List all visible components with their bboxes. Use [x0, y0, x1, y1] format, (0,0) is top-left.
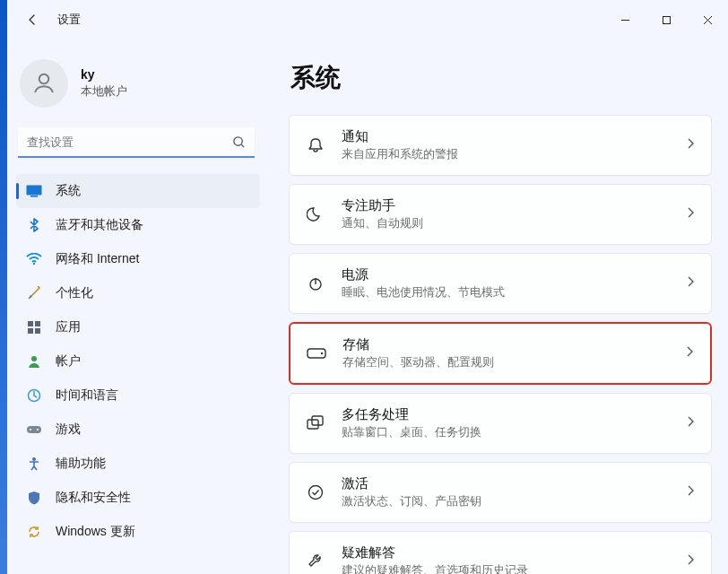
page-title: 系统	[290, 61, 712, 95]
svg-point-5	[33, 263, 35, 265]
sidebar-item-bluetooth[interactable]: 蓝牙和其他设备	[16, 208, 260, 242]
svg-rect-3	[27, 186, 42, 196]
svg-rect-12	[27, 426, 41, 433]
window-accent-strip	[0, 0, 7, 574]
card-title: 通知	[342, 128, 686, 145]
card-title: 疑难解答	[342, 544, 686, 561]
svg-rect-0	[663, 16, 670, 23]
search-input[interactable]	[18, 127, 255, 158]
svg-rect-4	[30, 196, 38, 197]
multitask-icon	[306, 413, 325, 433]
svg-point-14	[37, 429, 39, 430]
sidebar-item-label: 应用	[56, 319, 81, 335]
wifi-icon	[25, 250, 43, 268]
card-title: 激活	[342, 475, 686, 492]
svg-point-13	[30, 429, 31, 430]
chevron-right-icon	[686, 137, 695, 153]
gaming-icon	[25, 421, 43, 439]
card-focus-assist[interactable]: 专注助手 通知、自动规则	[289, 184, 712, 245]
storage-icon	[307, 344, 326, 363]
minimize-button[interactable]	[604, 4, 646, 36]
sidebar-item-label: Windows 更新	[56, 524, 135, 540]
account-icon	[25, 352, 43, 370]
card-notifications[interactable]: 通知 来自应用和系统的警报	[289, 115, 712, 176]
close-button[interactable]	[687, 4, 728, 36]
arrow-left-icon	[25, 13, 39, 27]
svg-rect-8	[28, 328, 33, 334]
close-icon	[703, 15, 713, 25]
sidebar-item-network[interactable]: 网络和 Internet	[16, 242, 260, 276]
sidebar-item-label: 隐私和安全性	[56, 490, 131, 506]
paintbrush-icon	[25, 284, 43, 302]
user-subtitle: 本地帐户	[81, 83, 127, 100]
sidebar-item-label: 网络和 Internet	[56, 251, 139, 267]
settings-card-list: 通知 来自应用和系统的警报 专注助手 通知、自动规则 电源 睡眠、电池使用情况、…	[289, 115, 712, 574]
sidebar-item-system[interactable]: 系统	[16, 174, 260, 208]
sidebar-item-accessibility[interactable]: 辅助功能	[16, 447, 260, 481]
chevron-right-icon	[686, 415, 695, 431]
titlebar: 设置	[0, 0, 728, 39]
sidebar-item-label: 系统	[56, 183, 81, 199]
sidebar-item-gaming[interactable]: 游戏	[16, 413, 260, 447]
sidebar-item-accounts[interactable]: 帐户	[16, 344, 260, 378]
search-box[interactable]	[18, 127, 255, 158]
svg-point-21	[309, 486, 323, 500]
card-storage[interactable]: 存储 存储空间、驱动器、配置规则	[289, 322, 712, 385]
svg-rect-9	[35, 328, 40, 334]
card-subtitle: 建议的疑难解答、首选项和历史记录	[342, 563, 686, 574]
shield-icon	[25, 489, 43, 507]
card-subtitle: 通知、自动规则	[342, 216, 686, 231]
sidebar-item-privacy[interactable]: 隐私和安全性	[16, 481, 260, 515]
chevron-right-icon	[685, 345, 694, 361]
minimize-icon	[620, 15, 630, 25]
check-circle-icon	[306, 483, 325, 502]
maximize-button[interactable]	[646, 4, 687, 36]
main-panel: 系统 通知 来自应用和系统的警报 专注助手 通知、自动规则	[269, 39, 728, 574]
card-title: 多任务处理	[342, 406, 686, 423]
accessibility-icon	[25, 455, 43, 473]
sidebar-item-label: 个性化	[56, 285, 93, 301]
person-icon	[30, 70, 57, 97]
moon-icon	[306, 204, 325, 224]
sidebar: ky 本地帐户 系统 蓝牙和其他设备 网络和 Internet	[0, 39, 269, 574]
bluetooth-icon	[25, 216, 43, 234]
power-icon	[306, 274, 325, 293]
wrench-icon	[306, 552, 325, 571]
sidebar-item-label: 帐户	[56, 353, 81, 370]
search-icon	[232, 135, 246, 152]
sidebar-item-personalization[interactable]: 个性化	[16, 276, 260, 310]
user-name: ky	[81, 67, 127, 82]
chevron-right-icon	[686, 484, 695, 500]
avatar	[20, 59, 68, 108]
app-title: 设置	[57, 12, 81, 28]
sidebar-item-apps[interactable]: 应用	[16, 310, 260, 344]
sidebar-item-time-language[interactable]: 时间和语言	[16, 378, 260, 413]
chevron-right-icon	[686, 206, 695, 222]
card-troubleshoot[interactable]: 疑难解答 建议的疑难解答、首选项和历史记录	[289, 531, 712, 574]
sidebar-nav: 系统 蓝牙和其他设备 网络和 Internet 个性化 应用 帐户	[16, 174, 260, 549]
display-icon	[25, 182, 43, 200]
card-multitasking[interactable]: 多任务处理 贴靠窗口、桌面、任务切换	[289, 393, 712, 454]
svg-rect-7	[35, 321, 40, 326]
svg-point-15	[32, 457, 36, 461]
svg-point-18	[321, 352, 323, 354]
svg-point-2	[234, 137, 242, 145]
card-title: 电源	[342, 266, 686, 283]
svg-rect-6	[28, 321, 33, 326]
apps-icon	[25, 318, 43, 336]
bell-icon	[306, 135, 325, 155]
card-activation[interactable]: 激活 激活状态、订阅、产品密钥	[289, 462, 712, 523]
card-subtitle: 激活状态、订阅、产品密钥	[342, 494, 686, 509]
back-button[interactable]	[18, 5, 47, 34]
chevron-right-icon	[686, 553, 695, 570]
user-profile[interactable]: ky 本地帐户	[20, 59, 260, 108]
card-subtitle: 贴靠窗口、桌面、任务切换	[342, 425, 686, 440]
card-power[interactable]: 电源 睡眠、电池使用情况、节电模式	[289, 253, 712, 314]
svg-rect-19	[308, 420, 318, 429]
svg-point-10	[31, 356, 37, 361]
card-subtitle: 睡眠、电池使用情况、节电模式	[342, 285, 686, 300]
sidebar-item-windows-update[interactable]: Windows 更新	[16, 515, 260, 549]
update-icon	[25, 523, 43, 541]
card-title: 存储	[342, 336, 685, 353]
sidebar-item-label: 辅助功能	[56, 456, 106, 472]
